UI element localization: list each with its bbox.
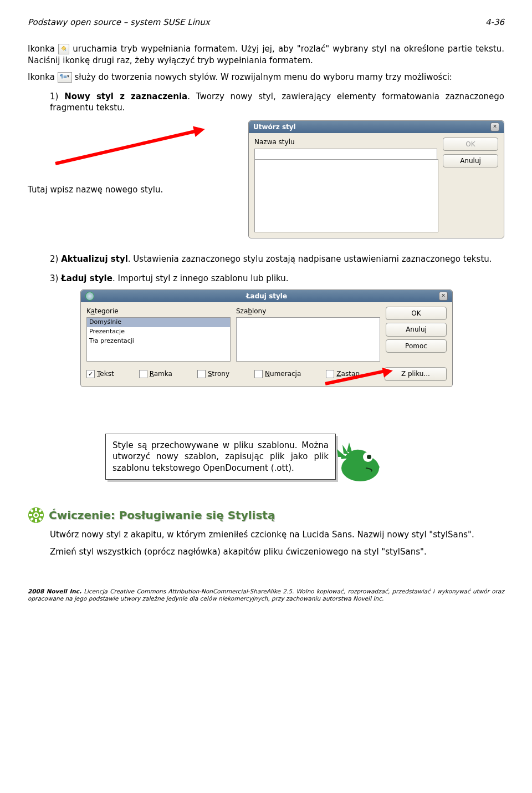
checkbox-icon — [326, 370, 334, 378]
list-item[interactable]: Domyślnie — [87, 318, 230, 327]
svg-rect-7 — [35, 519, 37, 522]
load-styles-dialog: Ładuj style ✕ Kategorie Domyślnie Prezen… — [80, 289, 453, 387]
dialog1-titlebar: Utwórz styl ✕ — [249, 121, 504, 133]
frame-checkbox[interactable]: Ramka — [139, 369, 172, 378]
exercise-title: Ćwiczenie: Posługiwanie się Stylistą — [49, 508, 275, 523]
list-item[interactable]: Tła prezentacji — [87, 337, 230, 346]
header-title: Podstawy open source – system SUSE Linux — [28, 17, 210, 28]
dialog2-system-icon — [85, 292, 94, 301]
svg-rect-9 — [40, 514, 43, 516]
li1-bold: Nowy styl z zaznaczenia — [64, 92, 187, 101]
templates-label: Szablony — [236, 307, 380, 316]
dialog1-title: Utwórz styl — [253, 123, 296, 131]
dialog1-area: Utwórz styl ✕ Nazwa stylu OK Anuluj Tuta… — [28, 120, 504, 237]
dialog2-title: Ładuj style — [98, 292, 436, 301]
footer: 2008 Novell Inc. Licencja Creative Commo… — [28, 588, 504, 603]
ok-button[interactable]: OK — [386, 307, 447, 320]
p2-text-a: Ikonka — [28, 72, 58, 82]
checkbox-icon — [254, 370, 263, 378]
p2-text-b: służy do tworzenia nowych stylów. W rozw… — [74, 72, 452, 82]
list-item[interactable]: Prezentacje — [87, 327, 230, 337]
arrow-annotation-2 — [325, 382, 386, 385]
cancel-button[interactable]: Anuluj — [443, 154, 498, 167]
dialog2-titlebar: Ładuj style ✕ — [81, 290, 452, 302]
svg-rect-6 — [35, 508, 37, 511]
li3-bold: Ładuj style — [61, 273, 112, 283]
page-header: Podstawy open source – system SUSE Linux… — [28, 17, 504, 28]
header-page: 4-36 — [485, 17, 504, 28]
create-style-dialog: Utwórz styl ✕ Nazwa stylu OK Anuluj — [248, 120, 504, 238]
chameleon-mascot-icon — [332, 440, 385, 485]
list-item-3: 3) Ładuj style. Importuj styl z innego s… — [50, 273, 504, 284]
svg-text:¶≣: ¶≣ — [60, 74, 67, 79]
dialog2-area: Ładuj style ✕ Kategorie Domyślnie Prezen… — [80, 289, 452, 406]
exercise-p1: Utwórz nowy styl z akapitu, w którym zmi… — [50, 529, 504, 540]
p1-text-a: Ikonka — [28, 44, 58, 54]
exercise-p2: Zmień styl wszystkich (oprócz nagłówka) … — [50, 546, 504, 557]
note-row: Style są przechowywane w pliku szablonu.… — [105, 434, 504, 485]
footer-bold: 2008 Novell Inc. — [28, 588, 81, 594]
new-style-dropdown-icon: ¶≣ — [58, 72, 72, 83]
help-button[interactable]: Pomoc — [386, 339, 447, 353]
templates-list[interactable] — [236, 317, 380, 362]
cancel-button[interactable]: Anuluj — [386, 323, 447, 336]
from-file-button[interactable]: Z pliku... — [385, 367, 447, 380]
text-checkbox[interactable]: ✓Tekst — [86, 369, 114, 378]
list-item-2: 2) Aktualizuj styl. Ustawienia zaznaczon… — [50, 253, 504, 265]
checkbox-icon — [197, 370, 206, 378]
svg-point-3 — [367, 455, 371, 459]
exercise-section: Ćwiczenie: Posługiwanie się Stylistą Utw… — [50, 507, 504, 557]
checkbox-icon: ✓ — [86, 370, 95, 378]
paragraph-1: Ikonka uruchamia tryb wypełniania format… — [28, 43, 504, 66]
p1-text-b: uruchamia tryb wypełniania formatem. Uży… — [28, 44, 504, 65]
arrow-annotation-1 — [55, 162, 200, 165]
exercise-header: Ćwiczenie: Posługiwanie się Stylistą — [28, 507, 504, 523]
categories-list[interactable]: Domyślnie Prezentacje Tła prezentacji — [86, 317, 231, 362]
style-name-label: Nazwa stylu — [254, 138, 437, 146]
list-item-1: 1) Nowy styl z zaznaczenia. Tworzy nowy … — [50, 91, 504, 114]
li3-rest: . Importuj styl z innego szablonu lub pl… — [112, 273, 289, 283]
li1-label: 1) — [50, 92, 64, 101]
footer-text: Licencja Creative Commons Attribution-No… — [28, 588, 504, 602]
style-list[interactable] — [254, 159, 438, 232]
gear-icon — [28, 507, 44, 523]
checkbox-icon — [139, 370, 147, 378]
categories-label: Kategorie — [86, 307, 231, 316]
svg-rect-8 — [29, 514, 32, 516]
li2-rest: . Ustawienia zaznaczonego stylu zostają … — [128, 254, 492, 264]
numbering-checkbox[interactable]: Numeracja — [254, 369, 301, 378]
li2-label: 2) — [50, 254, 61, 264]
caption-1: Tutaj wpisz nazwę nowego stylu. — [28, 184, 163, 195]
close-icon[interactable]: ✕ — [439, 292, 448, 301]
note-box: Style są przechowywane w pliku szablonu.… — [105, 434, 336, 480]
pages-checkbox[interactable]: Strony — [197, 369, 229, 378]
close-icon[interactable]: ✕ — [490, 123, 499, 131]
svg-point-14 — [35, 514, 38, 517]
li2-bold: Aktualizuj styl — [61, 254, 128, 264]
ok-button[interactable]: OK — [443, 138, 498, 151]
li3-label: 3) — [50, 273, 61, 283]
paragraph-2: Ikonka ¶≣ służy do tworzenia nowych styl… — [28, 72, 504, 83]
bucket-icon — [58, 44, 69, 54]
style-name-input[interactable] — [254, 149, 437, 160]
